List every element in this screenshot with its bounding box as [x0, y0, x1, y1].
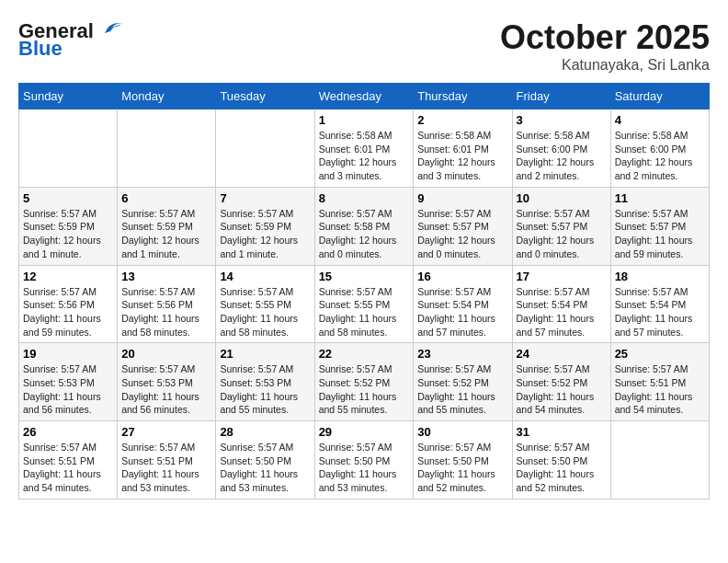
day-info: Sunrise: 5:57 AMSunset: 5:52 PMDaylight:…: [319, 362, 410, 417]
day-number: 6: [121, 191, 211, 205]
calendar-body: 1Sunrise: 5:58 AMSunset: 6:01 PMDaylight…: [19, 109, 710, 500]
calendar-cell: 20Sunrise: 5:57 AMSunset: 5:53 PMDayligh…: [118, 343, 216, 421]
calendar-week-row: 12Sunrise: 5:57 AMSunset: 5:56 PMDayligh…: [19, 265, 710, 343]
day-info: Sunrise: 5:58 AMSunset: 6:00 PMDaylight:…: [615, 129, 705, 183]
day-info: Sunrise: 5:57 AMSunset: 5:54 PMDaylight:…: [417, 285, 507, 339]
day-info: Sunrise: 5:57 AMSunset: 5:54 PMDaylight:…: [517, 285, 607, 339]
calendar-cell: 29Sunrise: 5:57 AMSunset: 5:50 PMDayligh…: [314, 421, 414, 500]
day-info: Sunrise: 5:57 AMSunset: 5:59 PMDaylight:…: [121, 207, 211, 261]
day-number: 28: [220, 425, 310, 439]
logo-blue: Blue: [18, 37, 63, 61]
day-number: 2: [417, 113, 507, 127]
weekday-header-cell: Sunday: [19, 84, 118, 109]
day-info: Sunrise: 5:57 AMSunset: 5:54 PMDaylight:…: [615, 285, 705, 339]
day-number: 29: [319, 425, 410, 439]
day-info: Sunrise: 5:57 AMSunset: 5:51 PMDaylight:…: [121, 441, 211, 495]
day-info: Sunrise: 5:57 AMSunset: 5:59 PMDaylight:…: [220, 207, 310, 261]
day-number: 15: [319, 270, 410, 283]
weekday-header-cell: Tuesday: [216, 84, 314, 109]
calendar-cell: 8Sunrise: 5:57 AMSunset: 5:58 PMDaylight…: [314, 187, 414, 265]
calendar-cell: 4Sunrise: 5:58 AMSunset: 6:00 PMDaylight…: [610, 109, 709, 188]
weekday-header-cell: Monday: [118, 84, 216, 109]
weekday-header-cell: Wednesday: [314, 84, 414, 109]
calendar-cell: 30Sunrise: 5:57 AMSunset: 5:50 PMDayligh…: [414, 421, 512, 500]
page-header: General Blue October 2025 Katunayaka, Sr…: [18, 18, 710, 74]
logo-bird-icon: [97, 17, 125, 39]
day-number: 17: [517, 270, 607, 283]
calendar-cell: 18Sunrise: 5:57 AMSunset: 5:54 PMDayligh…: [610, 265, 709, 343]
calendar-cell: 23Sunrise: 5:57 AMSunset: 5:52 PMDayligh…: [414, 343, 512, 421]
day-info: Sunrise: 5:57 AMSunset: 5:59 PMDaylight:…: [23, 207, 113, 261]
weekday-header-cell: Saturday: [610, 84, 709, 109]
day-number: 14: [220, 270, 310, 283]
day-number: 21: [220, 347, 310, 361]
calendar-cell: 22Sunrise: 5:57 AMSunset: 5:52 PMDayligh…: [314, 343, 414, 421]
day-number: 5: [23, 191, 113, 205]
day-info: Sunrise: 5:57 AMSunset: 5:51 PMDaylight:…: [615, 362, 705, 417]
day-number: 7: [220, 191, 310, 205]
day-info: Sunrise: 5:57 AMSunset: 5:55 PMDaylight:…: [319, 285, 410, 339]
day-info: Sunrise: 5:58 AMSunset: 6:01 PMDaylight:…: [319, 129, 410, 183]
calendar-cell: 19Sunrise: 5:57 AMSunset: 5:53 PMDayligh…: [19, 343, 118, 421]
day-info: Sunrise: 5:57 AMSunset: 5:57 PMDaylight:…: [517, 207, 607, 261]
day-info: Sunrise: 5:57 AMSunset: 5:57 PMDaylight:…: [417, 207, 507, 261]
day-info: Sunrise: 5:57 AMSunset: 5:50 PMDaylight:…: [517, 441, 607, 495]
day-number: 9: [417, 191, 507, 205]
day-number: 27: [121, 425, 211, 439]
logo: General Blue: [18, 18, 125, 61]
calendar-week-row: 5Sunrise: 5:57 AMSunset: 5:59 PMDaylight…: [19, 187, 710, 265]
day-number: 23: [417, 347, 507, 361]
day-info: Sunrise: 5:57 AMSunset: 5:53 PMDaylight:…: [23, 362, 113, 417]
calendar-week-row: 26Sunrise: 5:57 AMSunset: 5:51 PMDayligh…: [19, 421, 710, 500]
weekday-header: SundayMondayTuesdayWednesdayThursdayFrid…: [19, 84, 710, 109]
day-info: Sunrise: 5:57 AMSunset: 5:57 PMDaylight:…: [615, 207, 705, 261]
title-area: October 2025 Katunayaka, Sri Lanka: [500, 18, 710, 74]
calendar-cell: 25Sunrise: 5:57 AMSunset: 5:51 PMDayligh…: [610, 343, 709, 421]
day-number: 10: [517, 191, 607, 205]
calendar-cell: [19, 109, 118, 188]
calendar-cell: 9Sunrise: 5:57 AMSunset: 5:57 PMDaylight…: [414, 187, 512, 265]
calendar-cell: 27Sunrise: 5:57 AMSunset: 5:51 PMDayligh…: [118, 421, 216, 500]
day-number: 16: [417, 270, 507, 283]
calendar-cell: 12Sunrise: 5:57 AMSunset: 5:56 PMDayligh…: [19, 265, 118, 343]
day-number: 18: [615, 270, 705, 283]
calendar-cell: 31Sunrise: 5:57 AMSunset: 5:50 PMDayligh…: [512, 421, 610, 500]
calendar-cell: 28Sunrise: 5:57 AMSunset: 5:50 PMDayligh…: [216, 421, 314, 500]
calendar-cell: 14Sunrise: 5:57 AMSunset: 5:55 PMDayligh…: [216, 265, 314, 343]
calendar-cell: 16Sunrise: 5:57 AMSunset: 5:54 PMDayligh…: [414, 265, 512, 343]
day-number: 20: [121, 347, 211, 361]
day-info: Sunrise: 5:57 AMSunset: 5:53 PMDaylight:…: [220, 362, 310, 417]
day-info: Sunrise: 5:57 AMSunset: 5:55 PMDaylight:…: [220, 285, 310, 339]
calendar-cell: 3Sunrise: 5:58 AMSunset: 6:00 PMDaylight…: [512, 109, 610, 188]
day-info: Sunrise: 5:57 AMSunset: 5:50 PMDaylight:…: [220, 441, 310, 495]
day-number: 13: [121, 270, 211, 283]
day-info: Sunrise: 5:57 AMSunset: 5:56 PMDaylight:…: [23, 285, 113, 339]
day-number: 11: [615, 191, 705, 205]
calendar-cell: 5Sunrise: 5:57 AMSunset: 5:59 PMDaylight…: [19, 187, 118, 265]
day-info: Sunrise: 5:57 AMSunset: 5:56 PMDaylight:…: [121, 285, 211, 339]
day-number: 8: [319, 191, 410, 205]
day-number: 25: [615, 347, 705, 361]
day-info: Sunrise: 5:57 AMSunset: 5:50 PMDaylight:…: [417, 441, 507, 495]
calendar-week-row: 1Sunrise: 5:58 AMSunset: 6:01 PMDaylight…: [19, 109, 710, 188]
calendar-cell: [610, 421, 709, 500]
weekday-header-cell: Thursday: [414, 84, 512, 109]
location-subtitle: Katunayaka, Sri Lanka: [500, 57, 710, 74]
day-number: 12: [23, 270, 113, 283]
day-info: Sunrise: 5:57 AMSunset: 5:52 PMDaylight:…: [417, 362, 507, 417]
day-number: 24: [517, 347, 607, 361]
calendar-cell: 7Sunrise: 5:57 AMSunset: 5:59 PMDaylight…: [216, 187, 314, 265]
calendar-cell: 13Sunrise: 5:57 AMSunset: 5:56 PMDayligh…: [118, 265, 216, 343]
calendar-table: SundayMondayTuesdayWednesdayThursdayFrid…: [18, 83, 710, 500]
day-info: Sunrise: 5:57 AMSunset: 5:53 PMDaylight:…: [121, 362, 211, 417]
calendar-cell: [216, 109, 314, 188]
calendar-cell: 21Sunrise: 5:57 AMSunset: 5:53 PMDayligh…: [216, 343, 314, 421]
day-number: 22: [319, 347, 410, 361]
calendar-cell: 1Sunrise: 5:58 AMSunset: 6:01 PMDaylight…: [314, 109, 414, 188]
calendar-cell: 15Sunrise: 5:57 AMSunset: 5:55 PMDayligh…: [314, 265, 414, 343]
calendar-cell: 2Sunrise: 5:58 AMSunset: 6:01 PMDaylight…: [414, 109, 512, 188]
calendar-cell: 10Sunrise: 5:57 AMSunset: 5:57 PMDayligh…: [512, 187, 610, 265]
day-number: 3: [517, 113, 607, 127]
day-number: 30: [417, 425, 507, 439]
day-info: Sunrise: 5:57 AMSunset: 5:52 PMDaylight:…: [517, 362, 607, 417]
